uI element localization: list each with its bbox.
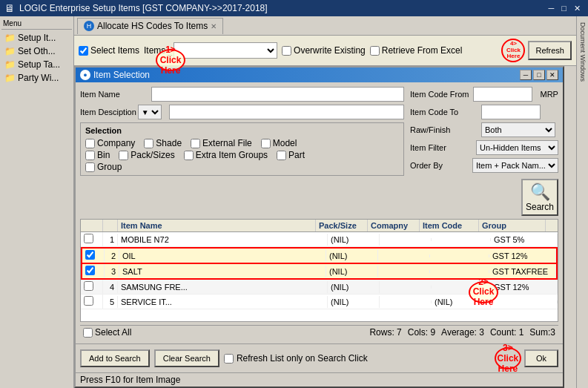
td-name-3: SALT (119, 266, 326, 277)
overwrite-checkbox[interactable]: Overwrite Existing (282, 45, 366, 56)
th-item-name[interactable]: Item Name (118, 220, 316, 231)
table-row: 1 MOBILE N72 (NIL) GST 5% (81, 232, 558, 247)
select-all-input[interactable] (83, 328, 93, 338)
item-code-to-row: Item Code To (410, 105, 558, 119)
item-code-from-label: Item Code From (410, 90, 469, 99)
group-checkbox[interactable]: Group (85, 162, 122, 172)
dialog-maximize-button[interactable]: □ (533, 70, 545, 80)
item-code-from-input[interactable] (473, 87, 532, 102)
th-pack-size[interactable]: Pack/Size (316, 220, 368, 231)
td-checkbox-4[interactable] (81, 280, 103, 294)
tab-icon: H (84, 21, 94, 31)
model-checkbox[interactable]: Model (261, 138, 297, 148)
tab-allocate[interactable]: H Allocate HS Codes To Items ✕ (77, 18, 223, 34)
retrieve-check-input[interactable] (370, 46, 380, 56)
item-code-to-input[interactable] (481, 105, 541, 119)
th-item-code[interactable]: Item Code (420, 220, 479, 231)
td-num-3: 3 (105, 266, 119, 277)
upper-fields-section: Item Name Item Desciption ▼ (80, 87, 558, 216)
item-name-input[interactable] (151, 87, 404, 102)
company-checkbox[interactable]: Company (85, 138, 135, 148)
td-checkbox-5[interactable] (81, 295, 103, 309)
td-num-1: 1 (103, 234, 118, 246)
items-label: Items (144, 45, 165, 56)
th-company[interactable]: Comapny (368, 220, 420, 231)
menu-label[interactable]: Menu (1, 18, 72, 30)
retrieve-checkbox[interactable]: Retrieve From Excel (370, 45, 463, 56)
select-items-check-input[interactable] (79, 46, 88, 56)
raw-finish-row: Raw/Finish Both (410, 122, 558, 137)
item-description-input[interactable] (169, 105, 404, 119)
right-fields: Item Code From MRP Item Code To (410, 87, 558, 216)
external-file-checkbox[interactable]: External File (191, 138, 252, 148)
add-to-search-button[interactable]: Add to Search (80, 349, 150, 367)
ok-button[interactable]: Ok (524, 349, 558, 367)
clear-search-button[interactable]: Clear Search (154, 349, 219, 367)
item-description-label: Item Desciption (80, 108, 136, 116)
refresh-list-label: Refresh List only on Search Click (237, 353, 368, 364)
td-company-1 (380, 238, 432, 241)
select-items-label: Select Items (90, 45, 139, 56)
search-icon: 🔍 (530, 183, 550, 202)
tab-label: Allocate HS Codes To Items (97, 21, 208, 31)
item-description-row: Item Desciption ▼ (80, 105, 404, 119)
raw-finish-select[interactable]: Both (481, 122, 555, 137)
extra-item-groups-checkbox[interactable]: Extra Item Groups (184, 150, 268, 160)
td-pack-5: (NIL) (328, 296, 380, 308)
bin-checkbox[interactable]: Bin (85, 150, 110, 160)
td-num-2: 2 (105, 250, 119, 262)
overwrite-label: Overwrite Existing (294, 45, 366, 56)
td-name-1: MOBILE N72 (118, 234, 328, 246)
dialog-minimize-button[interactable]: ─ (520, 70, 532, 80)
shade-checkbox[interactable]: Shade (144, 138, 182, 148)
content-area: H Allocate HS Codes To Items ✕ Select It… (74, 16, 576, 388)
item-filter-select[interactable]: Un-Hidden Items (476, 140, 558, 155)
th-group[interactable]: Group (479, 220, 546, 231)
checkbox-row-3: Group (85, 162, 399, 172)
maximize-button[interactable]: □ (558, 4, 569, 13)
average-status: Average: 3 (441, 327, 484, 338)
tab-close-button[interactable]: ✕ (211, 22, 217, 30)
select-all-bar: Select All Rows: 7 Cols: 9 Average: 3 Co… (80, 325, 558, 339)
part-checkbox[interactable]: Part (277, 150, 305, 160)
sum-status: Sum:3 (529, 327, 555, 338)
td-pack-1: (NIL) (328, 234, 380, 246)
table-row: 2 OIL (NIL) GST 12% (81, 247, 558, 264)
selection-title: Selection (85, 126, 399, 135)
pack-sizes-checkbox[interactable]: Pack/Sizes (119, 150, 174, 160)
order-by-row: Order By Item + Pack Nam... (410, 158, 558, 173)
sidebar-item-set-oth[interactable]: 📁 Set Oth... (1, 45, 72, 58)
td-name-2: OIL (119, 250, 326, 262)
sidebar-item-setup-ta[interactable]: 📁 Setup Ta... (1, 58, 72, 71)
item-filter-label: Item Filter (410, 143, 472, 152)
refresh-button[interactable]: Refresh (528, 41, 572, 60)
refresh-list-checkbox[interactable]: Refresh List only on Search Click (224, 353, 368, 364)
close-button[interactable]: ✕ (571, 4, 584, 13)
table-header: Item Name Pack/Size Comapny Item Code Gr… (81, 220, 558, 232)
status-footer: Press F10 for Item Image (76, 372, 563, 387)
td-checkbox-3[interactable] (82, 264, 105, 278)
checkbox-row-2: Bin Pack/Sizes Extra Item Groups Part (85, 150, 399, 160)
items-select[interactable] (174, 42, 277, 59)
sidebar-item-setup-it[interactable]: 📁 Setup It... (1, 31, 72, 45)
select-all-checkbox[interactable]: Select All (83, 327, 131, 338)
overwrite-check-input[interactable] (282, 46, 291, 56)
dialog-close-button[interactable]: ✕ (546, 70, 558, 80)
search-button[interactable]: 🔍 Search (521, 179, 558, 216)
checkbox-row-1: Company Shade External File Model (85, 138, 399, 148)
table-container: Item Name Pack/Size Comapny Item Code Gr… (80, 219, 558, 322)
folder-icon: 📁 (4, 46, 16, 56)
select-items-checkbox[interactable]: Select Items (79, 45, 139, 56)
minimize-button[interactable]: ─ (546, 4, 558, 13)
td-name-4: SAMSUNG FRE... (118, 281, 328, 293)
item-selection-dialog: ● Item Selection ─ □ ✕ (74, 66, 564, 388)
sidebar-item-party-wi[interactable]: 📁 Party Wi... (1, 71, 72, 85)
item-description-select[interactable]: ▼ (138, 105, 162, 119)
tab-bar: H Allocate HS Codes To Items ✕ (74, 16, 576, 36)
refresh-list-input[interactable] (224, 354, 234, 364)
td-checkbox-2[interactable] (82, 249, 105, 263)
order-by-select[interactable]: Item + Pack Nam... (472, 158, 558, 173)
item-code-from-row: Item Code From MRP (410, 87, 558, 102)
td-code-1 (432, 238, 491, 241)
td-checkbox-1[interactable] (81, 232, 103, 246)
